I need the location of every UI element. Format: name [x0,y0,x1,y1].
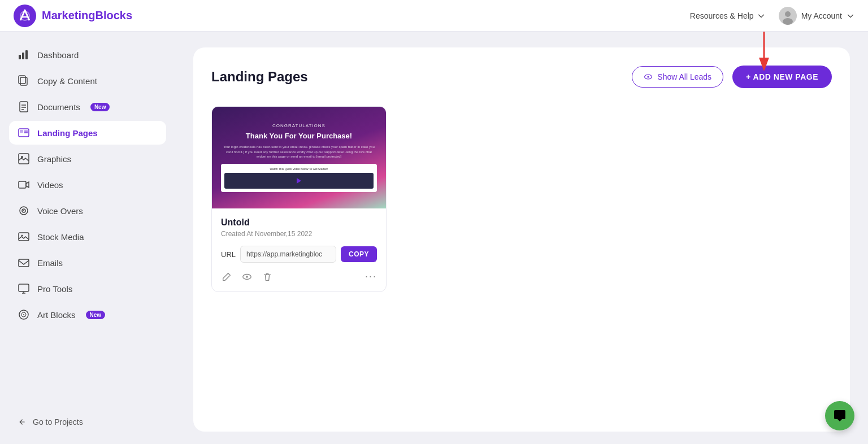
documents-badge: New [90,103,110,111]
view-icon[interactable] [241,271,253,282]
svg-rect-7 [25,50,28,59]
go-to-projects-label: Go to Projects [33,417,83,426]
svg-point-32 [648,76,649,77]
sidebar-item-voice-overs-label: Voice Overs [37,206,83,216]
sidebar-item-videos-label: Videos [37,180,63,190]
thumb-congrats: CONGRATULATIONS [221,123,377,128]
pages-grid: CONGRATULATIONS Thank You For Your Purch… [211,106,832,292]
sidebar-item-graphics-label: Graphics [37,154,71,164]
url-input[interactable]: https://app.marketingbloc [240,246,336,263]
show-all-leads-button[interactable]: Show All Leads [632,66,723,88]
go-to-projects-link[interactable]: Go to Projects [9,411,166,433]
copy-icon [18,75,29,86]
chat-widget[interactable] [825,401,854,430]
sidebar-item-art-blocks[interactable]: Art Blocks New [9,303,166,327]
chevron-down-icon [847,12,854,20]
svg-rect-8 [20,77,27,85]
audio-icon [18,205,29,216]
bar-chart-icon [18,49,29,60]
sidebar-item-pro-tools-label: Pro Tools [37,284,72,294]
sidebar-item-landing-pages[interactable]: Landing Pages [9,121,166,145]
trash-icon [262,272,272,282]
logo-text: MarketingBlocks [42,9,132,22]
sidebar-bottom: Go to Projects [9,411,166,433]
sidebar-item-emails[interactable]: Emails [9,251,166,275]
edit-icon[interactable] [221,271,232,282]
svg-rect-9 [19,76,25,84]
avatar-icon [779,7,797,25]
svg-point-0 [14,5,36,27]
header-actions: Show All Leads + ADD NEW PAGE [632,66,832,88]
image-icon [18,231,29,242]
thumb-video-text: Watch This Quick Video Below To Get Star… [224,167,374,171]
header-right: Resources & Help My Account [690,7,854,25]
more-options-icon[interactable]: ··· [365,271,377,282]
art-icon [18,309,29,320]
chat-icon [833,409,847,423]
header: MarketingBlocks Resources & Help My Acco… [0,0,868,32]
page-thumbnail: CONGRATULATIONS Thank You For Your Purch… [212,107,386,208]
sidebar-item-emails-label: Emails [37,258,63,268]
card-actions: ··· [221,271,377,282]
avatar [779,7,797,25]
sidebar-item-videos[interactable]: Videos [9,173,166,197]
sidebar-item-copy-content[interactable]: Copy & Content [9,69,166,93]
sidebar-item-pro-tools[interactable]: Pro Tools [9,277,166,301]
svg-point-23 [23,210,24,211]
thumb-body: Your login credentials has been sent to … [221,145,377,159]
resources-help-link[interactable]: Resources & Help [690,11,765,20]
sidebar-item-graphics[interactable]: Graphics [9,147,166,171]
add-new-page-label: + ADD NEW PAGE [746,72,818,81]
sidebar-item-stock-media[interactable]: Stock Media [9,225,166,249]
sidebar-item-documents[interactable]: Documents New [9,95,166,119]
thumb-title: Thank You For Your Purchase! [221,132,377,140]
sidebar-item-voice-overs[interactable]: Voice Overs [9,199,166,223]
art-blocks-badge: New [86,311,106,319]
my-account-menu[interactable]: My Account [779,7,854,25]
card-date: Created At November,15 2022 [221,230,377,238]
show-all-leads-label: Show All Leads [657,72,711,81]
copy-url-button[interactable]: COPY [341,246,377,262]
landing-icon [18,127,29,138]
sidebar: Dashboard Copy & Content Documents New L… [0,32,175,444]
sidebar-item-documents-label: Documents [37,102,80,112]
url-label: URL [221,250,236,259]
document-icon [18,101,29,112]
svg-rect-6 [22,53,24,59]
main-card: Landing Pages Show All Leads + ADD NEW P… [193,47,850,432]
add-new-page-button[interactable]: + ADD NEW PAGE [732,66,832,88]
logo-icon [14,5,36,27]
my-account-label: My Account [801,11,842,20]
page-header: Landing Pages Show All Leads + ADD NEW P… [211,66,832,88]
logo[interactable]: MarketingBlocks [14,5,132,27]
svg-point-4 [783,18,793,25]
email-icon [18,257,29,268]
sidebar-item-dashboard[interactable]: Dashboard [9,43,166,67]
video-icon [18,179,29,190]
svg-point-25 [21,235,23,237]
svg-rect-26 [19,259,29,267]
resources-help-label: Resources & Help [690,11,754,20]
chevron-down-icon [757,12,765,20]
svg-rect-5 [19,55,21,59]
sidebar-item-copy-content-label: Copy & Content [37,76,97,86]
card-title: Untold [221,217,377,228]
thumbnail-content: CONGRATULATIONS Thank You For Your Purch… [212,114,386,201]
sidebar-item-stock-media-label: Stock Media [37,232,84,242]
pencil-icon [222,272,232,282]
url-row: URL https://app.marketingbloc COPY [221,246,377,263]
sidebar-item-art-blocks-label: Art Blocks [37,310,76,320]
svg-rect-20 [19,181,26,188]
svg-point-3 [785,11,791,17]
svg-point-36 [246,276,248,278]
eye-icon [644,72,653,81]
main-content: Landing Pages Show All Leads + ADD NEW P… [175,32,868,444]
svg-point-30 [23,314,24,315]
eye-action-icon [242,272,252,282]
arrow-left-icon [18,417,27,426]
svg-rect-10 [20,102,28,112]
delete-icon[interactable] [262,271,273,282]
svg-rect-15 [20,130,23,133]
page-title: Landing Pages [211,69,308,85]
svg-rect-27 [19,284,29,291]
